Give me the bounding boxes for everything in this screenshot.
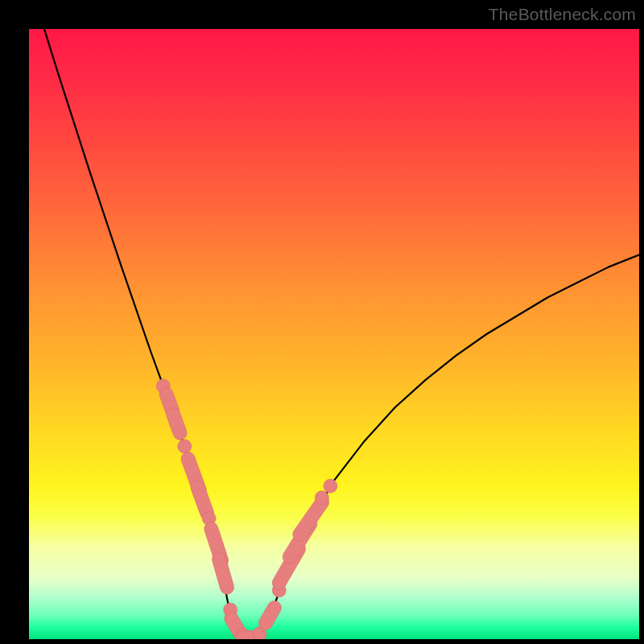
- curve-markers: [156, 379, 337, 639]
- watermark-text: TheBottleneck.com: [489, 5, 636, 24]
- svg-point-19: [315, 491, 328, 505]
- svg-rect-8: [211, 551, 236, 596]
- plot-area: [29, 29, 639, 639]
- curve-path: [29, 29, 639, 638]
- bottleneck-curve-svg: [29, 29, 639, 639]
- svg-point-3: [178, 440, 192, 453]
- svg-rect-2: [164, 406, 188, 442]
- chart-frame: TheBottleneck.com: [0, 0, 644, 644]
- svg-point-20: [324, 479, 337, 493]
- svg-rect-14: [256, 598, 283, 632]
